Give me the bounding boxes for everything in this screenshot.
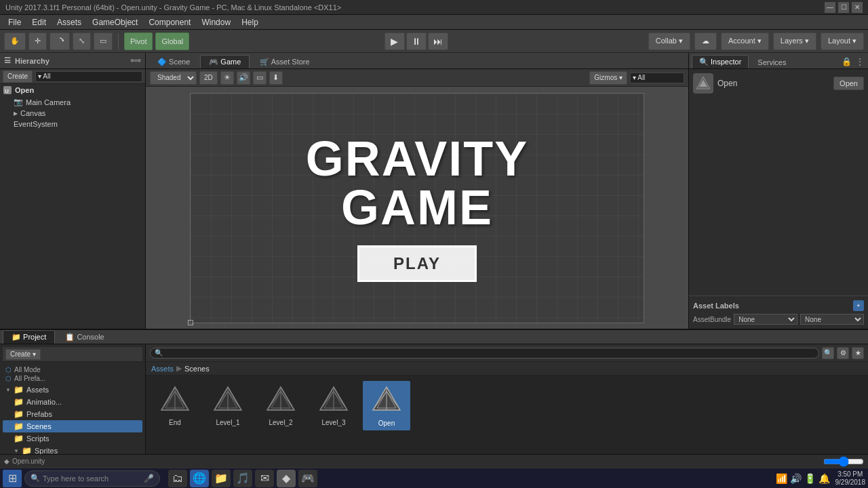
- layers-button[interactable]: Layers ▾: [773, 33, 816, 50]
- folder-scenes[interactable]: 📁 Scenes: [3, 420, 142, 432]
- move-tool-button[interactable]: ✛: [28, 33, 47, 50]
- file-item-level3[interactable]: Level_3: [310, 381, 357, 430]
- effects-toggle-button[interactable]: ▭: [253, 71, 267, 85]
- menu-file[interactable]: File: [3, 16, 26, 28]
- tray-network-icon[interactable]: 📶: [776, 473, 787, 484]
- menu-gameobject[interactable]: GameObject: [87, 16, 143, 28]
- project-star-btn[interactable]: ★: [852, 347, 864, 359]
- asset-labels-add-button[interactable]: +: [853, 300, 864, 311]
- shading-dropdown[interactable]: Shaded: [150, 71, 197, 85]
- game-title-text: GRAVITY GAME: [306, 134, 529, 232]
- scene-filter-input[interactable]: [630, 73, 684, 83]
- account-button[interactable]: Account ▾: [721, 33, 769, 50]
- play-controls: ▶ ⏸ ⏭: [384, 33, 448, 50]
- hierarchy-item-open[interactable]: U Open: [0, 84, 145, 96]
- gizmos-button[interactable]: Gizmos ▾: [589, 71, 627, 85]
- file-label-open: Open: [376, 419, 397, 428]
- start-button[interactable]: ⊞: [3, 470, 22, 487]
- menu-edit[interactable]: Edit: [26, 16, 52, 28]
- scene-toolbar: Shaded 2D ☀ 🔊 ▭ ⬇ Gizmos ▾: [146, 69, 688, 87]
- pivot-button[interactable]: Pivot: [124, 33, 153, 50]
- rotate-tool-button[interactable]: [50, 33, 70, 50]
- taskbar-app-game[interactable]: 🎮: [298, 470, 317, 487]
- menu-assets[interactable]: Assets: [52, 16, 87, 28]
- zoom-slider[interactable]: [823, 456, 864, 467]
- all-prefab-option[interactable]: ⬡ All Prefa...: [5, 375, 140, 382]
- asset-bundle-dropdown[interactable]: None: [734, 314, 797, 325]
- play-button[interactable]: ▶: [384, 33, 405, 50]
- hierarchy-resize-icon[interactable]: ⟺: [130, 56, 141, 65]
- tab-project[interactable]: 📁 Project: [3, 330, 55, 344]
- file-item-open[interactable]: Open: [363, 381, 410, 430]
- project-search-input[interactable]: [150, 348, 819, 359]
- file-item-end[interactable]: End: [151, 381, 199, 430]
- scale-tool-button[interactable]: ⤡: [73, 33, 91, 50]
- folder-prefabs[interactable]: 📁 Prefabs: [3, 408, 142, 420]
- tab-game[interactable]: 🎮 Game: [200, 55, 250, 68]
- bottom-tabs-bar: 📁 Project 📋 Console: [0, 330, 868, 344]
- file-item-level2[interactable]: Level_2: [257, 381, 304, 430]
- rect-tool-button[interactable]: ▭: [94, 33, 113, 50]
- audio-toggle-button[interactable]: 🔊: [237, 71, 250, 85]
- more-options-icon[interactable]: ⋮: [854, 56, 865, 67]
- file-item-level1[interactable]: Level_1: [204, 381, 252, 430]
- taskbar-app-spotify[interactable]: 🎵: [233, 470, 252, 487]
- taskbar-app-unity[interactable]: ◆: [277, 470, 296, 487]
- tab-console[interactable]: 📋 Console: [56, 330, 113, 344]
- hierarchy-filter-input[interactable]: [35, 71, 142, 82]
- layout-button[interactable]: Layout ▾: [821, 33, 864, 50]
- asset-variant-dropdown[interactable]: None: [800, 314, 864, 325]
- taskbar-app-mail[interactable]: ✉: [255, 470, 274, 487]
- tray-notification-icon[interactable]: 🔔: [818, 473, 830, 484]
- game-play-button[interactable]: PLAY: [357, 245, 477, 282]
- tab-asset-store[interactable]: 🛒 Asset Store: [251, 55, 318, 68]
- step-button[interactable]: ⏭: [428, 33, 448, 50]
- tab-scene[interactable]: 🔷 Scene: [149, 55, 199, 68]
- close-button[interactable]: ✕: [852, 2, 863, 13]
- taskbar-app-files[interactable]: 🗂: [168, 470, 187, 487]
- tab-services[interactable]: Services: [750, 56, 793, 68]
- scene-file-icon-level1: [211, 384, 245, 418]
- hidden-objects-button[interactable]: ⬇: [269, 71, 283, 85]
- folder-scripts[interactable]: 📁 Scripts: [3, 432, 142, 445]
- minimize-button[interactable]: —: [825, 2, 835, 13]
- tab-inspector[interactable]: 🔍 Inspector: [692, 55, 749, 68]
- tray-volume-icon[interactable]: 🔊: [790, 473, 802, 484]
- folder-assets[interactable]: ▼ 📁 Assets: [3, 384, 142, 396]
- open-object-button[interactable]: Open: [833, 77, 864, 90]
- bottom-panel: 📁 Project 📋 Console Create ▾ ⬡ All Mode …: [0, 329, 868, 454]
- taskbar-clock[interactable]: 3:50 PM 9/29/2018: [835, 470, 866, 487]
- tray-battery-icon[interactable]: 🔋: [804, 473, 816, 484]
- 2d-toggle-button[interactable]: 2D: [199, 71, 218, 85]
- project-search-btn[interactable]: 🔍: [822, 347, 834, 359]
- file-label-end: End: [169, 419, 181, 426]
- global-button[interactable]: Global: [155, 33, 189, 50]
- hierarchy-create-button[interactable]: Create: [3, 70, 33, 83]
- maximize-button[interactable]: ☐: [838, 2, 849, 13]
- taskbar-system-tray: 📶 🔊 🔋 🔔 3:50 PM 9/29/2018: [776, 470, 866, 487]
- taskbar-app-edge[interactable]: 🌐: [190, 470, 209, 487]
- hierarchy-item-canvas[interactable]: ▶ Canvas: [0, 108, 145, 119]
- unity-logo-icon: [693, 73, 713, 94]
- lock-icon[interactable]: 🔒: [841, 56, 852, 67]
- menu-component[interactable]: Component: [143, 16, 196, 28]
- collab-button[interactable]: Collab ▾: [648, 33, 690, 50]
- pause-button[interactable]: ⏸: [406, 33, 427, 50]
- folder-animations[interactable]: 📁 Animatio...: [3, 396, 142, 408]
- menu-help[interactable]: Help: [236, 16, 264, 28]
- project-filter-btn[interactable]: ⚙: [837, 347, 849, 359]
- hierarchy-item-eventsystem[interactable]: EventSystem: [0, 119, 145, 129]
- taskbar-app-explorer[interactable]: 📁: [212, 470, 231, 487]
- project-create-button[interactable]: Create ▾: [5, 349, 41, 360]
- asset-bundle-row: AssetBundle None None: [693, 314, 864, 325]
- asset-labels-header: Asset Labels +: [693, 300, 864, 311]
- menu-window[interactable]: Window: [196, 16, 236, 28]
- breadcrumb-assets[interactable]: Assets: [151, 365, 174, 373]
- cloud-button[interactable]: ☁: [694, 33, 717, 50]
- all-mode-option[interactable]: ⬡ All Mode: [5, 366, 140, 373]
- hierarchy-item-main-camera[interactable]: 📷 Main Camera: [0, 96, 145, 108]
- project-right-panel: 🔍 ⚙ ★ Assets ▶ Scenes: [146, 344, 868, 460]
- lighting-toggle-button[interactable]: ☀: [220, 71, 234, 85]
- hand-tool-button[interactable]: ✋: [4, 33, 26, 50]
- taskbar-search-box[interactable]: 🔍 Type here to search 🎤: [24, 470, 160, 487]
